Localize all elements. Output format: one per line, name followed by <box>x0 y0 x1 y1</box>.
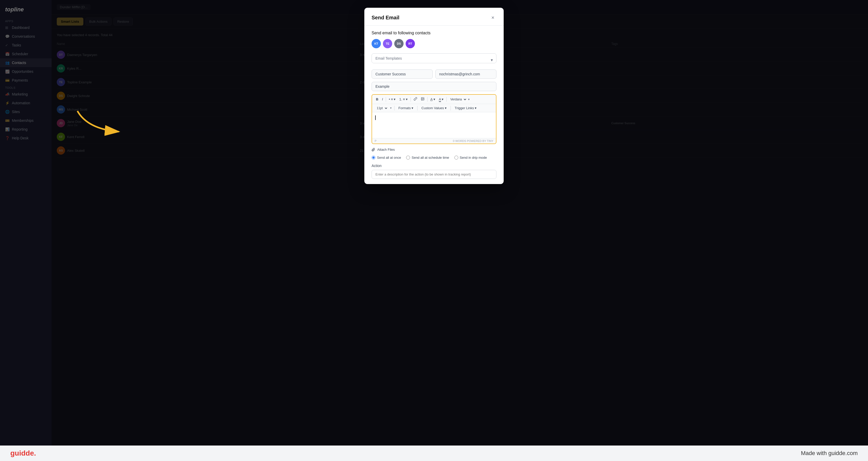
guidde-tagline: Made with guidde.com <box>801 450 858 457</box>
contacts-avatars: KT TE DS RT <box>372 39 496 48</box>
editor-container[interactable]: B I • ≡ ▾ 1. ≡ ▾ A ▾ A ▾ <box>372 94 496 144</box>
template-dropdown-wrapper[interactable]: Email Templates <box>372 54 496 66</box>
contact-avatar-te: TE <box>383 39 392 48</box>
toolbar-divider-5 <box>394 106 395 111</box>
action-input[interactable] <box>372 170 496 179</box>
underline-button[interactable]: A ▾ <box>429 96 437 102</box>
text-color-button[interactable]: A ▾ <box>438 96 445 102</box>
modal-body: Send email to following contacts KT TE D… <box>364 26 504 184</box>
editor-body[interactable] <box>372 112 496 138</box>
send-all-at-once-radio[interactable] <box>372 156 375 159</box>
contact-avatar-rt: RT <box>406 39 415 48</box>
bottom-bar: guidde. Made with guidde.com <box>0 445 868 461</box>
bullet-list-button[interactable]: • ≡ ▾ <box>388 96 397 102</box>
attach-files-label: Attach Files <box>377 148 395 152</box>
send-all-at-once-label: Send all at once <box>377 156 401 159</box>
action-label: Action <box>372 164 496 168</box>
italic-button[interactable]: I <box>380 96 384 102</box>
editor-toolbar-2: 11pt ▾ Formats ▾ Custom Values ▾ Trigger… <box>372 104 496 112</box>
toolbar-divider-7 <box>451 106 451 111</box>
editor-toolbar-1: B I • ≡ ▾ 1. ≡ ▾ A ▾ A ▾ <box>372 95 496 104</box>
send-drip-radio[interactable] <box>454 156 458 159</box>
subject-field[interactable] <box>372 82 496 91</box>
formats-button[interactable]: Formats ▾ <box>397 105 415 111</box>
paperclip-icon <box>372 148 375 152</box>
contact-avatar-ds: DS <box>394 39 404 48</box>
send-schedule-radio[interactable] <box>406 156 410 159</box>
to-field[interactable] <box>435 69 496 79</box>
template-select[interactable]: Email Templates <box>372 54 496 63</box>
modal-overlay[interactable]: Send Email × Send email to following con… <box>0 0 868 461</box>
from-to-row <box>372 69 496 79</box>
send-schedule-time-option[interactable]: Send all at schedule time <box>406 156 449 159</box>
send-all-at-once-option[interactable]: Send all at once <box>372 156 401 159</box>
modal-header: Send Email × <box>364 8 504 26</box>
image-button[interactable] <box>420 96 426 102</box>
toolbar-divider-6 <box>417 106 417 111</box>
send-schedule-label: Send all at schedule time <box>411 156 449 159</box>
send-options: Send all at once Send all at schedule ti… <box>372 156 496 159</box>
ordered-list-button[interactable]: 1. ≡ ▾ <box>398 96 409 102</box>
contact-avatar-kt: KT <box>372 39 381 48</box>
bold-button[interactable]: B <box>375 96 379 102</box>
send-to-label: Send email to following contacts <box>372 31 496 35</box>
send-email-modal: Send Email × Send email to following con… <box>364 8 504 184</box>
toolbar-divider-4 <box>446 97 447 102</box>
custom-values-button[interactable]: Custom Values ▾ <box>420 105 448 111</box>
word-count-display: 0 WORDS POWERED BY TINY <box>453 140 493 143</box>
font-size-selector[interactable]: 11pt <box>375 105 388 111</box>
modal-title: Send Email <box>372 15 399 21</box>
toolbar-divider-1 <box>386 97 386 102</box>
paragraph-tag: P <box>375 140 376 143</box>
guidde-logo: guidde. <box>10 449 36 457</box>
from-field[interactable] <box>372 69 433 79</box>
trigger-links-button[interactable]: Trigger Links ▾ <box>453 105 478 111</box>
svg-point-2 <box>422 98 423 99</box>
link-button[interactable] <box>412 96 418 102</box>
attach-files-row[interactable]: Attach Files <box>372 148 496 152</box>
editor-status-bar: P 0 WORDS POWERED BY TINY <box>372 138 496 144</box>
font-selector[interactable]: Verdana <box>448 97 467 102</box>
editor-cursor <box>375 115 376 120</box>
modal-close-button[interactable]: × <box>489 14 496 21</box>
toolbar-divider-2 <box>410 97 411 102</box>
toolbar-divider-3 <box>427 97 428 102</box>
send-drip-label: Send in drip mode <box>460 156 487 159</box>
send-drip-mode-option[interactable]: Send in drip mode <box>454 156 487 159</box>
